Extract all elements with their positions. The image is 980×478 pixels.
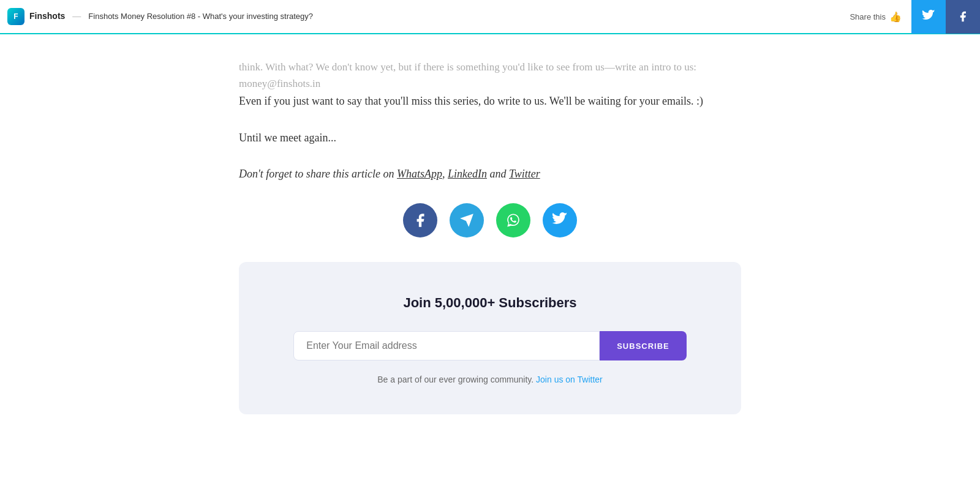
navbar-facebook-button[interactable] [946,0,980,34]
subscribe-box: Join 5,00,000+ Subscribers SUBSCRIBE Be … [239,262,741,414]
twitter-share-icon [552,212,568,228]
subscribe-button[interactable]: SUBSCRIBE [600,331,687,360]
share-label: Share this [850,12,886,21]
nav-brand: Finshots [29,9,65,24]
whatsapp-share-icon [505,212,521,228]
navbar: F Finshots — Finshots Money Resolution #… [0,0,980,34]
whatsapp-share-button[interactable] [496,203,530,237]
finshots-logo-icon: F [7,8,24,25]
facebook-share-button[interactable] [403,203,437,237]
main-content: think. With what? We don't know yet, but… [227,34,753,451]
article-paragraph-2: Until we meet again... [239,129,741,148]
article-paragraph-1: Even if you just want to say that you'll… [239,92,741,111]
social-icons-row [239,203,741,237]
twitter-share-button[interactable] [543,203,577,237]
navbar-right: Share this 👍 [840,0,980,34]
facebook-share-icon [412,212,428,228]
subscribe-form: SUBSCRIBE [263,331,717,360]
facebook-nav-icon [957,10,969,23]
nav-article-title: Finshots Money Resolution #8 - What's yo… [88,10,313,23]
email-input[interactable] [293,331,600,360]
linkedin-link[interactable]: LinkedIn [448,168,487,180]
nav-separator: — [72,9,81,24]
whatsapp-link[interactable]: WhatsApp [397,168,442,180]
faded-paragraph: think. With what? We don't know yet, but… [239,59,741,92]
subscribe-heading: Join 5,00,000+ Subscribers [263,291,717,314]
share-button[interactable]: Share this 👍 [840,11,911,23]
telegram-share-button[interactable] [450,203,484,237]
navbar-twitter-button[interactable] [911,0,946,34]
subscribe-sub-text: Be a part of our ever growing community.… [263,373,717,387]
twitter-link[interactable]: Twitter [509,168,540,180]
share-prompt-text: Don't forget to share this article on Wh… [239,165,741,184]
twitter-nav-icon [922,10,935,23]
share-icon: 👍 [889,11,902,23]
join-twitter-link[interactable]: Join us on Twitter [536,375,603,384]
navbar-left: F Finshots — Finshots Money Resolution #… [7,8,313,25]
telegram-share-icon [459,212,475,228]
